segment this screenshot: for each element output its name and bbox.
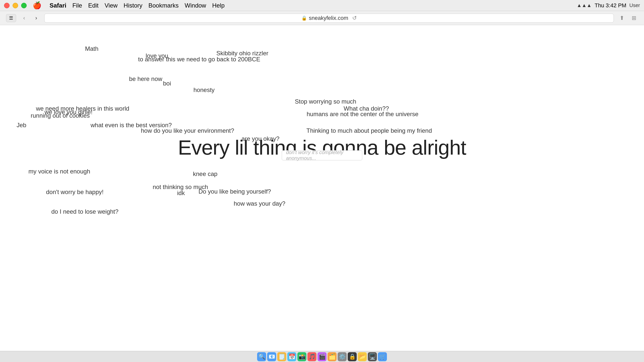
lock-icon: 🔒 (301, 15, 307, 21)
apple-logo-icon[interactable]: 🍎 (33, 1, 42, 10)
menu-bookmarks[interactable]: Bookmarks (148, 2, 179, 9)
floating-text-do-you-like: Do you like being yourself? (198, 188, 271, 195)
floating-text-dont-worry-happy: don't worry be happy! (46, 189, 104, 196)
dock: 🔍📧🗒️📅📸🎵🎬🗂️⚙️🔒📂🖥️🛒 (0, 351, 644, 362)
status-icons: ▲▲▲ Thu 3:42 PM User (577, 2, 640, 9)
address-bar[interactable]: 🔒 sneakyfelix.com ↺ (44, 14, 614, 23)
floating-text-thinking-much: Thinking to much about people being my f… (306, 127, 432, 134)
menu-file[interactable]: File (72, 2, 82, 9)
traffic-lights (4, 3, 27, 8)
maximize-button[interactable] (21, 3, 27, 8)
dock-icon-7[interactable]: 🗂️ (328, 352, 337, 361)
dock-icon-0[interactable]: 🔍 (257, 352, 266, 361)
new-tab-button[interactable]: ⊞ (630, 14, 638, 22)
back-button[interactable]: ‹ (20, 14, 28, 22)
dock-icon-1[interactable]: 📧 (267, 352, 276, 361)
menu-window[interactable]: Window (185, 2, 206, 9)
input-placeholder: don't worry it's completely anonymous... (286, 150, 358, 161)
forward-button[interactable]: › (32, 14, 40, 22)
main-content: Every lil thing is gonna be alright don'… (0, 25, 644, 351)
back-arrow-icon: ‹ (23, 15, 25, 21)
menu-help[interactable]: Help (212, 2, 224, 9)
menu-history[interactable]: History (124, 2, 142, 9)
toolbar-right: ⬆ ⊞ (618, 14, 638, 22)
floating-text-my-voice: my voice is not enough (28, 168, 90, 175)
clock: Thu 3:42 PM (595, 2, 626, 9)
reload-button[interactable]: ↺ (352, 15, 357, 21)
floating-text-boi: boi (163, 80, 171, 87)
dock-icon-2[interactable]: 🗒️ (277, 352, 286, 361)
share-button[interactable]: ⬆ (618, 14, 626, 22)
floating-text-humans: humans are not the center of the univers… (307, 111, 418, 118)
new-tab-icon: ⊞ (632, 15, 636, 21)
floating-text-skibbity: Skibbity ohio rizzler (216, 50, 268, 57)
sidebar-toggle-button[interactable]: ☰ (6, 14, 16, 22)
floating-text-honesty: honesty (193, 86, 215, 94)
menu-view[interactable]: View (105, 2, 118, 9)
floating-text-knee-cap: knee cap (193, 170, 217, 177)
floating-text-are-you-okay: are you okay? (242, 135, 279, 142)
floating-text-idk: idk (177, 190, 185, 197)
wifi-icon: ▲▲▲ (577, 3, 591, 8)
user-label: User (629, 3, 640, 8)
floating-text-how-was-day: how was your day? (234, 200, 285, 207)
floating-text-math: Math (85, 45, 98, 52)
menubar: 🍎 Safari File Edit View History Bookmark… (0, 0, 644, 11)
floating-text-stop-worrying: Stop worrying so much (295, 98, 356, 105)
menu-safari[interactable]: Safari (50, 2, 66, 9)
url-text: sneakyfelix.com (309, 15, 348, 21)
browser-toolbar: ☰ ‹ › 🔒 sneakyfelix.com ↺ ⬆ ⊞ (0, 11, 644, 25)
dock-icon-9[interactable]: 🔒 (348, 352, 357, 361)
floating-text-running-out: running out of cookies (31, 112, 90, 119)
menu-edit[interactable]: Edit (88, 2, 98, 9)
floating-text-jeb: Jeb (17, 122, 26, 129)
floating-text-lose-weight: do I need to lose weight? (51, 208, 118, 215)
dock-icon-10[interactable]: 📂 (358, 352, 367, 361)
dock-icon-4[interactable]: 📸 (297, 352, 306, 361)
dock-icon-5[interactable]: 🎵 (307, 352, 316, 361)
floating-text-answer: to answer this we need to go back to 200… (138, 56, 260, 63)
dock-icon-8[interactable]: ⚙️ (338, 352, 347, 361)
anonymous-input[interactable]: don't worry it's completely anonymous... (282, 150, 362, 160)
dock-icon-3[interactable]: 📅 (287, 352, 296, 361)
minimize-button[interactable] (13, 3, 18, 8)
dock-icon-12[interactable]: 🛒 (378, 352, 387, 361)
floating-text-environment: how do you like your environment? (141, 127, 234, 134)
close-button[interactable] (4, 3, 10, 8)
forward-arrow-icon: › (35, 15, 37, 21)
floating-text-be-here-now: be here now (129, 75, 162, 82)
share-icon: ⬆ (620, 15, 624, 21)
menubar-right: ▲▲▲ Thu 3:42 PM User (577, 2, 640, 9)
dock-icon-6[interactable]: 🎬 (317, 352, 327, 361)
dock-icon-11[interactable]: 🖥️ (368, 352, 377, 361)
menubar-left: 🍎 Safari File Edit View History Bookmark… (4, 1, 225, 10)
sidebar-icon: ☰ (9, 15, 13, 21)
